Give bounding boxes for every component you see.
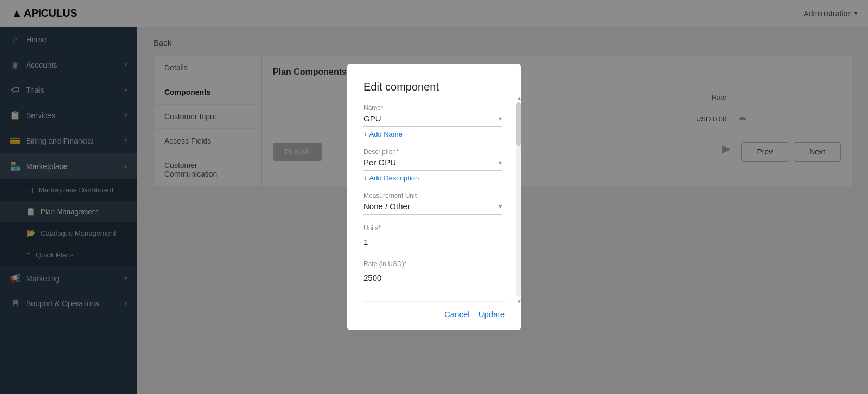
scroll-thumb	[516, 102, 521, 146]
modal-body: Name* GPU ▾ + Add Name Description* Per …	[363, 104, 505, 296]
cancel-button[interactable]: Cancel	[444, 309, 470, 319]
measurement-value: None / Other	[363, 202, 410, 211]
form-group-rate: Rate (in USD)*	[363, 260, 502, 286]
update-button[interactable]: Update	[478, 309, 505, 319]
units-label: Units*	[363, 224, 502, 232]
measurement-select-wrapper[interactable]: None / Other ▾	[363, 202, 502, 215]
name-value: GPU	[363, 114, 381, 123]
edit-component-modal: ▲ ▼ Edit component Name* GPU ▾ + Add Nam…	[347, 64, 521, 330]
name-label: Name*	[363, 104, 502, 112]
modal-title: Edit component	[363, 81, 505, 93]
modal-footer: Cancel Update	[363, 301, 505, 319]
name-select-wrapper[interactable]: GPU ▾	[363, 114, 502, 127]
add-name-link[interactable]: + Add Name	[363, 130, 502, 138]
rate-input[interactable]	[363, 270, 502, 286]
modal-scrollbar: ▲ ▼	[516, 102, 521, 297]
modal-overlay: ▲ ▼ Edit component Name* GPU ▾ + Add Nam…	[0, 0, 868, 394]
form-group-units: Units*	[363, 224, 502, 250]
description-dropdown-icon: ▾	[499, 159, 502, 166]
form-group-measurement: Measurement Unit None / Other ▾	[363, 192, 502, 215]
rate-label: Rate (in USD)*	[363, 260, 502, 268]
units-input[interactable]	[363, 234, 502, 250]
measurement-label: Measurement Unit	[363, 192, 502, 199]
name-dropdown-icon: ▾	[499, 115, 502, 122]
form-group-description: Description* Per GPU ▾ + Add Description	[363, 148, 502, 182]
description-select-wrapper[interactable]: Per GPU ▾	[363, 158, 502, 171]
add-description-link[interactable]: + Add Description	[363, 174, 502, 182]
measurement-dropdown-icon: ▾	[499, 203, 502, 210]
scroll-up-icon[interactable]: ▲	[516, 95, 521, 101]
description-label: Description*	[363, 148, 502, 156]
description-value: Per GPU	[363, 158, 396, 167]
form-group-name: Name* GPU ▾ + Add Name	[363, 104, 502, 138]
scroll-down-icon[interactable]: ▼	[516, 299, 521, 305]
